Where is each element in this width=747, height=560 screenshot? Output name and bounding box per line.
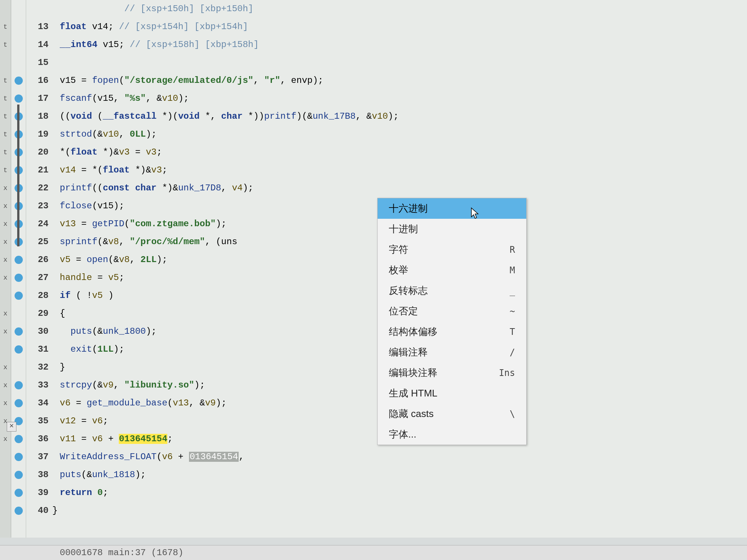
- code-line[interactable]: [60, 54, 747, 72]
- code-line[interactable]: strtod(&v10, 0LL);: [60, 125, 747, 143]
- breakpoint-icon[interactable]: [15, 327, 23, 336]
- breakpoint-icon[interactable]: [15, 453, 23, 461]
- breakpoint-icon[interactable]: [15, 507, 23, 515]
- line-number: 36: [26, 430, 49, 448]
- line-number: 20: [26, 143, 49, 161]
- line-number: 31: [26, 340, 49, 358]
- line-number: 29: [26, 305, 49, 323]
- breakpoint-icon[interactable]: [15, 77, 23, 85]
- line-number: 26: [26, 251, 49, 269]
- line-number: 33: [26, 376, 49, 394]
- breakpoint-gutter[interactable]: [11, 0, 26, 538]
- line-number: 35: [26, 412, 49, 430]
- gutter-mark: t: [0, 161, 11, 179]
- code-line[interactable]: }: [52, 502, 747, 520]
- status-bar: 00001678 main:37 (1678): [0, 545, 747, 560]
- breakpoint-icon[interactable]: [15, 381, 23, 389]
- gutter-mark: [0, 520, 11, 538]
- line-number: 25: [26, 233, 49, 251]
- gutter-mark: t: [0, 143, 11, 161]
- gutter-mark: x: [0, 269, 11, 287]
- gutter-mark: x: [0, 233, 11, 251]
- menu-item-edit-block-comment[interactable]: 编辑块注释Ins: [378, 363, 526, 383]
- line-number: 16: [26, 72, 49, 90]
- code-line[interactable]: // [xsp+150h] [xbp+150h]: [60, 0, 747, 18]
- code-line[interactable]: WriteAddress_FLOAT(v6 + 013645154,: [60, 448, 747, 466]
- menu-item-gen-html[interactable]: 生成 HTML: [378, 383, 526, 404]
- line-number: 27: [26, 269, 49, 287]
- code-line[interactable]: float v14; // [xsp+154h] [xbp+154h]: [60, 18, 747, 36]
- gutter-mark: x: [0, 179, 11, 197]
- line-number: 34: [26, 394, 49, 412]
- menu-item-edit-comment[interactable]: 编辑注释/: [378, 342, 526, 363]
- marker-gutter: t t t t t t t t x x x x x x x x x x x x …: [0, 0, 11, 538]
- line-number: 23: [26, 197, 49, 215]
- menu-item-enum[interactable]: 枚举M: [378, 260, 526, 280]
- code-line[interactable]: ((void (__fastcall *)(void *, char *))pr…: [60, 108, 747, 125]
- gutter-mark: x: [0, 323, 11, 340]
- gutter-mark: x: [0, 215, 11, 233]
- gutter-mark: [0, 466, 11, 484]
- line-number: 32: [26, 358, 49, 376]
- menu-item-struct-offset[interactable]: 结构体偏移T: [378, 321, 526, 342]
- menu-item-hex[interactable]: 十六进制: [378, 198, 526, 219]
- code-line[interactable]: printf((const char *)&unk_17D8, v4);: [60, 179, 747, 197]
- breakpoint-icon[interactable]: [15, 94, 23, 103]
- gutter-mark: t: [0, 108, 11, 125]
- code-line[interactable]: v14 = *(float *)&v3;: [60, 161, 747, 179]
- gutter-mark: t: [0, 125, 11, 143]
- change-bar: [17, 105, 19, 246]
- menu-item-hide-casts[interactable]: 隐藏 casts\: [378, 404, 526, 424]
- line-number: 13: [26, 18, 49, 36]
- breakpoint-icon[interactable]: [15, 489, 23, 497]
- gutter-mark: [0, 340, 11, 358]
- line-number: 28: [26, 287, 49, 305]
- code-line[interactable]: return 0;: [60, 484, 747, 502]
- gutter-mark: x: [0, 394, 11, 412]
- gutter-mark: x: [0, 251, 11, 269]
- menu-item-bitnot[interactable]: 位否定~: [378, 301, 526, 321]
- context-menu: 十六进制 十进制 字符R 枚举M 反转标志_ 位否定~ 结构体偏移T 编辑注释/…: [377, 198, 527, 445]
- gutter-mark: [0, 0, 11, 18]
- code-line[interactable]: __int64 v15; // [xsp+158h] [xbp+158h]: [60, 36, 747, 54]
- line-number: 17: [26, 90, 49, 108]
- code-line[interactable]: v15 = fopen("/storage/emulated/0/js", "r…: [60, 72, 747, 90]
- breakpoint-icon[interactable]: [15, 399, 23, 407]
- gutter-mark: x: [0, 197, 11, 215]
- code-line[interactable]: fscanf(v15, "%s", &v10);: [60, 90, 747, 108]
- line-numbers: 13 14 15 16 17 18 19 20 21 22 23 24 25 2…: [26, 0, 52, 538]
- line-number: 30: [26, 323, 49, 340]
- breakpoint-icon[interactable]: [15, 471, 23, 479]
- status-text: 00001678 main:37 (1678): [60, 548, 183, 558]
- gutter-mark: x: [0, 358, 11, 376]
- line-number: 24: [26, 215, 49, 233]
- line-number: 38: [26, 466, 49, 484]
- menu-item-invert[interactable]: 反转标志_: [378, 280, 526, 301]
- breakpoint-icon[interactable]: [15, 292, 23, 300]
- breakpoint-icon[interactable]: [15, 256, 23, 264]
- gutter-mark: [0, 484, 11, 502]
- menu-item-font[interactable]: 字体...: [378, 424, 526, 445]
- menu-item-char[interactable]: 字符R: [378, 239, 526, 260]
- line-number: 15: [26, 54, 49, 72]
- menu-item-dec[interactable]: 十进制: [378, 219, 526, 239]
- code-editor: t t t t t t t t x x x x x x x x x x x x …: [0, 0, 747, 538]
- code-line[interactable]: puts(&unk_1818);: [60, 466, 747, 484]
- gutter-mark: t: [0, 18, 11, 36]
- line-number: 19: [26, 125, 49, 143]
- close-button[interactable]: ×: [7, 422, 16, 432]
- gutter-mark: [0, 502, 11, 520]
- breakpoint-icon[interactable]: [15, 274, 23, 282]
- gutter-mark: x: [0, 376, 11, 394]
- gutter-mark: t: [0, 90, 11, 108]
- code-line[interactable]: *(float *)&v3 = v3;: [60, 143, 747, 161]
- gutter-mark: [0, 54, 11, 72]
- breakpoint-icon[interactable]: [15, 435, 23, 443]
- gutter-mark: [0, 448, 11, 466]
- breakpoint-icon[interactable]: [15, 345, 23, 354]
- line-number: 18: [26, 108, 49, 125]
- line-number: 40: [26, 502, 49, 520]
- line-number: 39: [26, 484, 49, 502]
- line-number: 14: [26, 36, 49, 54]
- line-number: 37: [26, 448, 49, 466]
